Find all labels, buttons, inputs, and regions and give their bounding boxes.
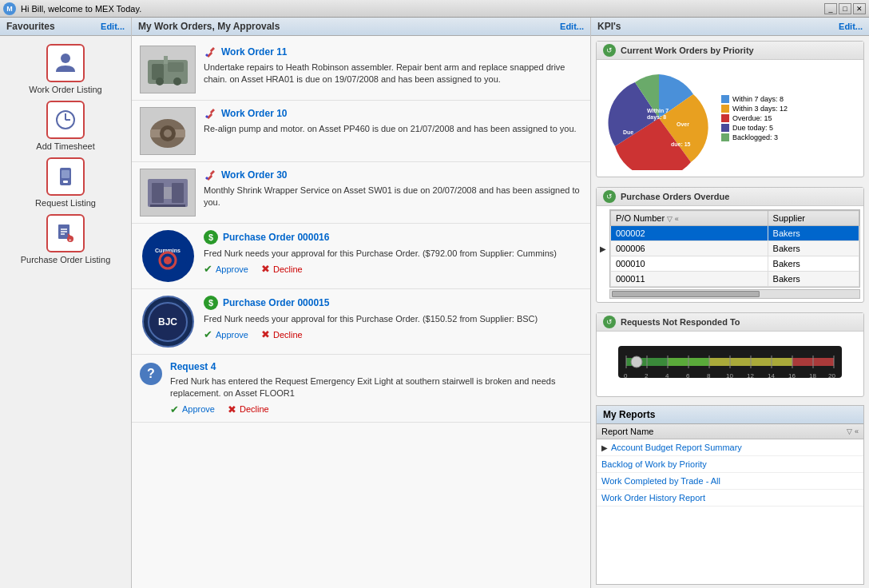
po-row-4[interactable]: 000011 Bakers bbox=[611, 272, 859, 287]
wo-title-10[interactable]: Work Order 10 bbox=[221, 108, 287, 119]
fav-item-work-order-listing[interactable]: Work Order Listing bbox=[18, 44, 113, 94]
req-title-4[interactable]: Request 4 bbox=[170, 361, 216, 372]
decline-label-4: Decline bbox=[240, 404, 269, 414]
title-bar: M Hi Bill, welcome to MEX Today. _ □ ✕ bbox=[0, 0, 869, 18]
report-row-0[interactable]: ▶ Account Budget Report Summary bbox=[597, 439, 863, 456]
wo-title-line-30: Work Order 30 bbox=[204, 169, 582, 181]
po-row-2[interactable]: 000006 Bakers bbox=[611, 241, 859, 256]
fav-item-request-listing[interactable]: Request Listing bbox=[18, 157, 113, 208]
work-order-item-30: Work Order 30 Monthly Shrink Wrapper Ser… bbox=[132, 162, 590, 224]
po-table-container: ▶ P/O Number ▽ « bbox=[597, 206, 863, 302]
title-bar-content: M Hi Bill, welcome to MEX Today. bbox=[3, 2, 141, 15]
svg-text:due: 15: due: 15 bbox=[671, 141, 691, 147]
svg-text:Due: Due bbox=[623, 129, 633, 135]
reports-title: My Reports bbox=[603, 409, 655, 420]
po-table: P/O Number ▽ « Supplier bbox=[610, 210, 859, 287]
svg-text:12: 12 bbox=[747, 372, 754, 379]
reports-header: My Reports bbox=[597, 406, 863, 424]
wo-content-30: Work Order 30 Monthly Shrink Wrapper Ser… bbox=[204, 169, 582, 213]
middle-panel-edit-link[interactable]: Edit... bbox=[560, 22, 584, 31]
window-controls[interactable]: _ □ ✕ bbox=[824, 3, 866, 14]
legend-color-1 bbox=[721, 105, 729, 113]
approve-button-4[interactable]: ✔ Approve bbox=[170, 403, 215, 415]
pie-chart-header: ↺ Current Work Orders by Priority bbox=[597, 42, 863, 60]
svg-point-68 bbox=[631, 356, 642, 368]
svg-rect-15 bbox=[168, 62, 184, 72]
sort-icon-reports[interactable]: ▽ « bbox=[847, 427, 859, 435]
pie-chart-svg: Within 7 days: 8 Over due: 15 Due bbox=[603, 66, 715, 170]
report-link-3[interactable]: Work Order History Report bbox=[601, 493, 705, 503]
wo-title-11[interactable]: Work Order 11 bbox=[221, 46, 287, 58]
po-scrollbar-thumb bbox=[612, 291, 760, 297]
legend-item-3: Due today: 5 bbox=[721, 124, 788, 132]
svg-text:4: 4 bbox=[665, 372, 669, 379]
decline-label-16: Decline bbox=[273, 264, 303, 274]
po-content-15: $ Purchase Order 000015 Fred Nurk needs … bbox=[204, 296, 582, 340]
po-row-1[interactable]: 000002 Bakers bbox=[611, 226, 859, 241]
svg-rect-25 bbox=[172, 183, 184, 203]
svg-text:BJC: BJC bbox=[158, 316, 177, 328]
wo-thumbnail-shrink bbox=[140, 169, 196, 217]
check-icon-15: ✔ bbox=[204, 328, 212, 340]
favourites-items: Work Order Listing Add Timesheet bbox=[0, 36, 131, 272]
report-row-2[interactable]: Work Completed by Trade - All bbox=[597, 473, 863, 490]
legend-color-4 bbox=[721, 133, 729, 141]
po-supplier-1: Bakers bbox=[768, 226, 859, 241]
cummins-logo: Cummins bbox=[142, 230, 194, 282]
po-horizontal-scrollbar[interactable] bbox=[609, 289, 860, 299]
wo-title-30[interactable]: Work Order 30 bbox=[221, 169, 287, 181]
request-thumbnail-4: ? bbox=[140, 363, 162, 385]
report-link-2[interactable]: Work Completed by Trade - All bbox=[601, 476, 720, 486]
legend-item-4: Backlogged: 3 bbox=[721, 133, 788, 141]
po-col-header-supplier: Supplier bbox=[768, 211, 859, 226]
report-row-1[interactable]: Backlog of Work by Priority bbox=[597, 456, 863, 473]
kpi-panel: KPI's Edit... ↺ Current Work Orders by P… bbox=[591, 18, 869, 588]
fav-item-add-timesheet[interactable]: Add Timesheet bbox=[18, 101, 113, 151]
wo-desc-11: Undertake repairs to Heath Robinson asse… bbox=[204, 62, 582, 86]
po-row-3[interactable]: 000010 Bakers bbox=[611, 256, 859, 272]
svg-text:days: 8: days: 8 bbox=[647, 114, 666, 121]
svg-point-0 bbox=[61, 54, 70, 63]
refresh-icon-po[interactable]: ↺ bbox=[603, 190, 616, 203]
sort-icon-number[interactable]: ▽ « bbox=[667, 215, 679, 223]
decline-button-16[interactable]: ✖ Decline bbox=[261, 263, 303, 275]
approve-button-15[interactable]: ✔ Approve bbox=[204, 328, 248, 340]
svg-text:Over: Over bbox=[677, 121, 689, 127]
kpi-edit-link[interactable]: Edit... bbox=[839, 22, 863, 31]
po-title-15[interactable]: Purchase Order 000015 bbox=[223, 297, 329, 308]
legend-item-1: Within 3 days: 12 bbox=[721, 105, 788, 113]
po-overdue-title: Purchase Orders Overdue bbox=[621, 192, 729, 201]
approve-button-16[interactable]: ✔ Approve bbox=[204, 263, 248, 275]
po-desc-15: Fred Nurk needs your approval for this P… bbox=[204, 313, 582, 325]
decline-button-4[interactable]: ✖ Decline bbox=[228, 403, 269, 415]
wo-title-line-10: Work Order 10 bbox=[204, 107, 582, 120]
refresh-icon-requests[interactable]: ↺ bbox=[603, 316, 616, 328]
maximize-button[interactable]: □ bbox=[839, 3, 851, 14]
po-table-wrapper[interactable]: P/O Number ▽ « Supplier bbox=[609, 209, 860, 288]
report-link-0[interactable]: Account Budget Report Summary bbox=[611, 443, 742, 452]
svg-rect-27 bbox=[150, 205, 185, 207]
refresh-icon-pie[interactable]: ↺ bbox=[603, 44, 616, 57]
po-desc-16: Fred Nurk needs your approval for this P… bbox=[204, 248, 582, 260]
favourites-edit-link[interactable]: Edit... bbox=[101, 22, 125, 31]
fav-icon-work-order bbox=[46, 44, 85, 82]
row-indicator: ▶ bbox=[600, 244, 609, 253]
clock-icon bbox=[54, 108, 77, 132]
report-row-3[interactable]: Work Order History Report bbox=[597, 490, 863, 507]
report-link-1[interactable]: Backlog of Work by Priority bbox=[601, 459, 707, 469]
svg-rect-26 bbox=[164, 187, 172, 199]
minimize-button[interactable]: _ bbox=[824, 3, 837, 14]
po-title-16[interactable]: Purchase Order 000016 bbox=[223, 232, 329, 243]
req-actions-4: ✔ Approve ✖ Decline bbox=[170, 403, 582, 415]
approve-label-15: Approve bbox=[216, 330, 248, 340]
svg-text:18: 18 bbox=[809, 372, 816, 379]
req-desc-4: Fred Nurk has entered the Request Emerge… bbox=[170, 375, 582, 400]
gauge-svg: 0 2 4 6 8 10 12 14 16 18 20 bbox=[614, 338, 846, 390]
fav-item-purchase-order-listing[interactable]: + Purchase Order Listing bbox=[18, 214, 113, 264]
close-button[interactable]: ✕ bbox=[853, 3, 866, 14]
reports-col-title: Report Name bbox=[601, 427, 653, 436]
decline-button-15[interactable]: ✖ Decline bbox=[261, 328, 303, 340]
work-order-item-10: Work Order 10 Re-align pump and motor. o… bbox=[132, 101, 590, 162]
requests-title: Requests Not Responded To bbox=[621, 317, 740, 327]
po-thumbnail-cummins: Cummins bbox=[140, 230, 196, 282]
